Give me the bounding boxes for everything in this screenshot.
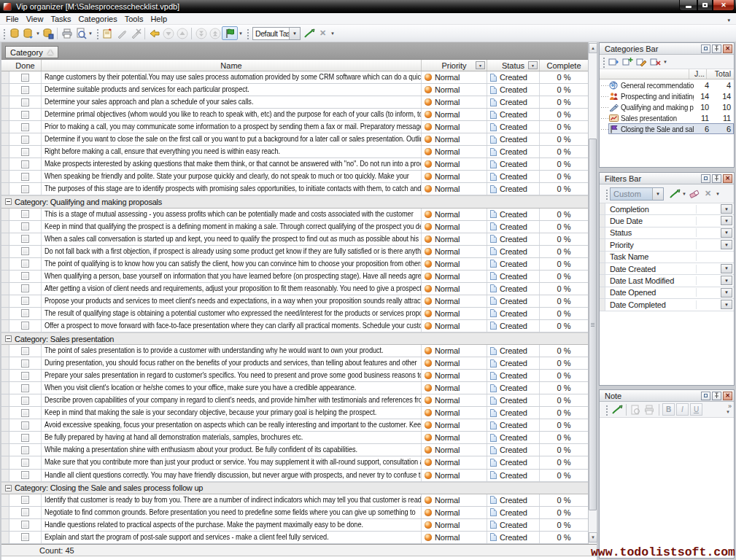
task-row[interactable]: Explain and start the program of post-sa… xyxy=(1,532,588,544)
task-name-cell[interactable]: Negotiate to find common grounds. Before… xyxy=(42,507,422,518)
group-by-category-tab[interactable]: Category xyxy=(5,46,58,58)
done-checkbox[interactable] xyxy=(21,459,29,467)
toolbar-grip[interactable] xyxy=(605,404,608,416)
filter-value[interactable]: ▼ xyxy=(697,275,734,286)
task-row[interactable]: When you visit client's location or he/s… xyxy=(1,382,588,394)
filter-value-dropdown[interactable]: ▼ xyxy=(721,276,732,285)
task-row[interactable]: The point of qualifying is to know how y… xyxy=(1,258,588,271)
done-checkbox[interactable] xyxy=(21,533,29,541)
status-cell[interactable]: Created xyxy=(487,357,540,369)
priority-cell[interactable]: Normal xyxy=(422,121,487,133)
filter-value-dropdown[interactable]: ▼ xyxy=(721,300,732,309)
status-cell[interactable]: Created xyxy=(487,407,540,419)
complete-cell[interactable]: 0 % xyxy=(540,183,588,195)
note-close-button[interactable]: ✕ xyxy=(723,392,732,400)
task-type-combo[interactable]: Default Task ▼ xyxy=(252,27,301,40)
done-checkbox[interactable] xyxy=(21,235,29,243)
task-row[interactable]: During presentation, you should focus ra… xyxy=(1,357,588,370)
bold-button[interactable]: B xyxy=(662,403,675,416)
done-checkbox[interactable] xyxy=(21,397,29,405)
task-row[interactable]: Handle questions related to practical as… xyxy=(1,519,588,532)
task-name-cell[interactable]: Prior to making a call, you may communic… xyxy=(42,121,422,133)
edit-note-button[interactable] xyxy=(610,402,624,416)
task-row[interactable]: Determine your sales approach and plan a… xyxy=(1,96,588,109)
complete-cell[interactable]: 0 % xyxy=(540,121,588,133)
task-row[interactable]: Determine suitable products and services… xyxy=(1,84,588,96)
close-button[interactable]: ✕ xyxy=(713,0,735,11)
complete-cell[interactable]: 0 % xyxy=(540,494,588,506)
status-cell[interactable]: Created xyxy=(487,71,540,83)
filter-value-dropdown[interactable]: ▼ xyxy=(721,264,732,273)
filters-close-button[interactable]: ✕ xyxy=(723,174,732,183)
status-cell[interactable]: Created xyxy=(487,133,540,145)
complete-cell[interactable]: 0 % xyxy=(540,320,588,332)
task-row[interactable]: Do not fall back with a first objection,… xyxy=(1,246,588,258)
italic-button[interactable]: I xyxy=(676,403,689,416)
priority-cell[interactable]: Normal xyxy=(422,470,487,481)
done-checkbox[interactable] xyxy=(21,74,29,82)
column-header-done[interactable]: Done xyxy=(9,60,42,71)
filter-value-dropdown[interactable]: ▼ xyxy=(721,288,732,298)
complete-cell[interactable]: 0 % xyxy=(540,519,588,531)
filter-value-dropdown[interactable]: ▼ xyxy=(721,216,732,225)
column-header-priority[interactable]: Priority▼ xyxy=(422,60,487,71)
task-name-cell[interactable]: The point of sales presentation is to pr… xyxy=(42,345,422,357)
status-cell[interactable]: Created xyxy=(487,519,540,531)
filter-value-dropdown[interactable]: ▼ xyxy=(721,240,732,249)
task-name-cell[interactable]: Determine your sales approach and plan a… xyxy=(42,96,422,108)
category-tree-item[interactable]: Sales presentation1111 xyxy=(600,112,734,123)
complete-cell[interactable]: 0 % xyxy=(540,407,588,419)
move-down-button[interactable] xyxy=(161,26,175,40)
complete-cell[interactable]: 0 % xyxy=(540,71,588,83)
complete-cell[interactable]: 0 % xyxy=(540,357,588,369)
note-toolbar-dropdown[interactable]: ▼ xyxy=(726,410,730,414)
category-tree-item[interactable]: Closing the Sale and sales process follo… xyxy=(600,123,734,134)
status-cell[interactable]: Created xyxy=(487,109,540,120)
complete-cell[interactable]: 0 % xyxy=(540,283,588,295)
filter-value[interactable]: ▼ xyxy=(697,299,734,310)
complete-cell[interactable]: 0 % xyxy=(540,444,588,456)
menu-categories[interactable]: Categories xyxy=(75,14,121,24)
priority-cell[interactable]: Normal xyxy=(422,233,487,245)
task-row[interactable]: Be fully prepared by having at hand all … xyxy=(1,432,588,444)
filter-value[interactable]: ▼ xyxy=(697,215,734,226)
complete-cell[interactable]: 0 % xyxy=(540,295,588,307)
done-checkbox[interactable] xyxy=(21,222,29,230)
status-cell[interactable]: Created xyxy=(487,271,540,282)
move-up-button[interactable] xyxy=(175,26,189,40)
task-row[interactable]: The point of sales presentation is to pr… xyxy=(1,345,588,357)
task-row[interactable]: Identify that customer is ready to buy f… xyxy=(1,494,588,507)
priority-filter-dropdown[interactable]: ▼ xyxy=(476,61,485,69)
task-row[interactable]: Avoid excessive speaking, focus your pre… xyxy=(1,419,588,432)
task-row[interactable]: Handle all client questions correctly. Y… xyxy=(1,470,588,482)
done-checkbox[interactable] xyxy=(21,123,29,131)
new-task-button[interactable]: * xyxy=(101,26,115,40)
done-checkbox[interactable] xyxy=(21,384,29,392)
toolbar-grip[interactable] xyxy=(246,28,249,39)
toolbar-grip[interactable] xyxy=(602,56,605,68)
print-preview-button[interactable] xyxy=(74,26,88,40)
status-cell[interactable]: Created xyxy=(487,370,540,381)
new-database-button[interactable] xyxy=(7,26,21,40)
priority-cell[interactable]: Normal xyxy=(422,158,487,170)
titlebar[interactable]: Vip organizer [M:\Salesprocesschecklist.… xyxy=(0,0,736,13)
task-name-cell[interactable]: Keep in mind that making the sale is you… xyxy=(42,407,422,419)
move-top-button[interactable] xyxy=(208,26,222,40)
task-name-cell[interactable]: Keep in mind that qualifying the prospec… xyxy=(42,221,422,233)
done-checkbox[interactable] xyxy=(21,136,29,144)
category-tree-item[interactable]: General recommendations44 xyxy=(600,79,734,90)
task-row[interactable]: Describe proven capabilities of your com… xyxy=(1,394,588,407)
task-name-cell[interactable]: Make prospects interested by asking ques… xyxy=(42,158,422,170)
task-row[interactable]: Determine if you want to close the sale … xyxy=(1,133,588,146)
complete-cell[interactable]: 0 % xyxy=(540,246,588,257)
filter-value[interactable]: ▼ xyxy=(697,203,734,214)
clear-filter-button[interactable] xyxy=(687,187,701,201)
priority-cell[interactable]: Normal xyxy=(422,183,487,195)
filter-value-dropdown[interactable]: ▼ xyxy=(721,228,732,238)
priority-cell[interactable]: Normal xyxy=(422,109,487,120)
priority-cell[interactable]: Normal xyxy=(422,246,487,257)
goto-task-button[interactable] xyxy=(147,26,161,40)
priority-cell[interactable]: Normal xyxy=(422,370,487,381)
priority-cell[interactable]: Normal xyxy=(422,519,487,531)
filter-value[interactable]: ▼ xyxy=(697,263,734,274)
